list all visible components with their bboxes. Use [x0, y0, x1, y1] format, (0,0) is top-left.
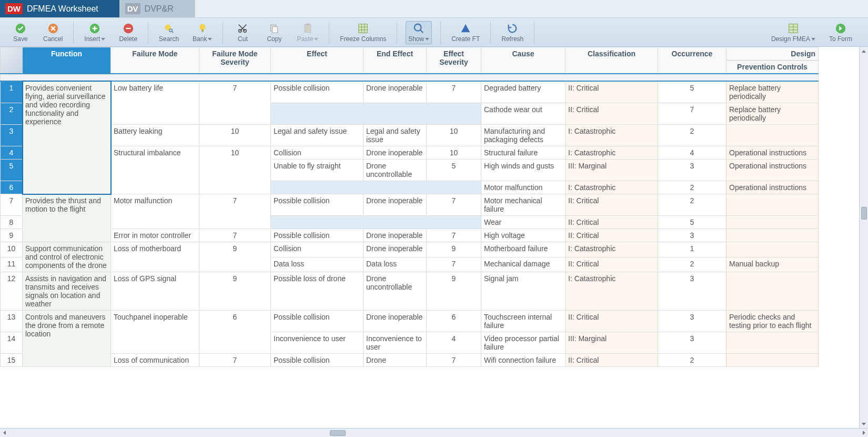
freeze-columns-button[interactable]: Freeze Columns [338, 22, 388, 44]
cell-fm-severity[interactable]: 6 [199, 311, 271, 354]
cell-effect-severity[interactable]: 10 [427, 125, 481, 146]
col-cause[interactable]: Cause [481, 47, 566, 74]
row-header[interactable]: 14 [1, 332, 23, 354]
cell-fm-severity[interactable]: 9 [199, 272, 271, 311]
table-row[interactable]: 12Assists in navigation and transmits an… [1, 272, 819, 311]
cell-occurrence[interactable]: 3 [658, 311, 726, 332]
cell-prevention[interactable] [726, 216, 819, 229]
cell-end-effect[interactable]: Drone uncontrollable [364, 272, 427, 311]
cell-effect-severity[interactable]: 9 [427, 272, 481, 311]
cell-occurrence[interactable]: 2 [658, 354, 726, 367]
cell-function[interactable]: Assists in navigation and transmits and … [23, 272, 111, 311]
cell-fm-severity[interactable]: 10 [199, 146, 271, 194]
col-end-effect[interactable]: End Effect [364, 47, 427, 74]
horizontal-scrollbar[interactable] [0, 428, 868, 437]
cell-occurrence[interactable]: 2 [658, 194, 726, 216]
cell-effect[interactable]: Data loss [271, 257, 364, 272]
col-design-prevention[interactable]: Design Prevention Controls [726, 47, 819, 74]
cell-prevention[interactable] [726, 125, 819, 146]
cell-effect[interactable]: Possible collision [271, 194, 364, 216]
cell-cause[interactable]: Wifi connection failure [481, 354, 566, 367]
corner-cell[interactable] [1, 47, 23, 74]
cell-occurrence[interactable]: 5 [658, 81, 726, 103]
cell-occurrence[interactable]: 7 [658, 103, 726, 125]
cell-occurrence[interactable]: 2 [658, 181, 726, 194]
cell-occurrence[interactable]: 1 [658, 242, 726, 257]
cell-effect[interactable]: Possible collision [271, 354, 364, 367]
cell-end-effect[interactable]: Drone inoperable [364, 229, 427, 242]
row-header[interactable]: 8 [1, 216, 23, 229]
cell-classification[interactable]: I: Catastrophic [566, 181, 658, 194]
cell-fm-severity[interactable]: 7 [199, 81, 271, 125]
cell-function[interactable]: Support communication and control of ele… [23, 242, 111, 272]
tab-dfmea-worksheet[interactable]: DW DFMEA Worksheet [0, 0, 120, 17]
cell-classification[interactable]: II: Critical [566, 229, 658, 242]
row-header[interactable]: 15 [1, 354, 23, 367]
row-header[interactable]: 9 [1, 229, 23, 242]
cell-effect[interactable]: Inconvenience to user [271, 332, 364, 354]
row-header[interactable]: 4 [1, 146, 23, 160]
cell-failure-mode[interactable]: Loss of GPS signal [111, 272, 199, 311]
cell-classification[interactable]: I: Catastrophic [566, 125, 658, 146]
cell-classification[interactable]: II: Critical [566, 354, 658, 367]
row-header[interactable]: 7 [1, 194, 23, 216]
cell-classification[interactable]: III: Marginal [566, 160, 658, 181]
cell-effect[interactable]: Collision [271, 242, 364, 257]
col-fm-severity[interactable]: Failure Mode Severity [199, 47, 271, 74]
cell-end-effect[interactable]: Drone uncontrollable [364, 160, 427, 181]
row-header[interactable]: 13 [1, 311, 23, 332]
cell-effect-severity[interactable]: 6 [427, 311, 481, 332]
row-header[interactable]: 11 [1, 257, 23, 272]
cell-function[interactable]: Provides convenient flying, aerial surve… [23, 81, 111, 194]
cell-classification[interactable]: I: Catastrophic [566, 146, 658, 160]
cell-occurrence[interactable]: 3 [658, 272, 726, 311]
cell-occurrence[interactable]: 4 [658, 146, 726, 160]
cell-end-effect[interactable]: Drone inoperable [364, 81, 427, 103]
cell-end-effect[interactable]: Drone inoperable [364, 146, 427, 160]
cell-effect-severity[interactable]: 7 [427, 257, 481, 272]
table-row[interactable]: 1Provides convenient flying, aerial surv… [1, 81, 819, 103]
cell-prevention[interactable] [726, 242, 819, 257]
cell-cause[interactable]: High winds and gusts [481, 160, 566, 181]
cell-fm-severity[interactable]: 7 [199, 229, 271, 242]
cell-cause[interactable]: Motor mechanical failure [481, 194, 566, 216]
scroll-up-icon[interactable] [860, 47, 868, 55]
cell-empty[interactable] [271, 103, 481, 125]
cell-cause[interactable]: Wear [481, 216, 566, 229]
cell-prevention[interactable]: Periodic checks and testing prior to eac… [726, 311, 819, 332]
cell-effect-severity[interactable]: 7 [427, 194, 481, 216]
scroll-thumb[interactable] [861, 207, 867, 220]
cell-prevention[interactable]: Replace battery periodically [726, 103, 819, 125]
scroll-thumb[interactable] [330, 430, 346, 436]
table-row[interactable]: 9Error in motor controller7Possible coll… [1, 229, 819, 242]
cell-fm-severity[interactable]: 7 [199, 354, 271, 367]
cell-classification[interactable]: II: Critical [566, 257, 658, 272]
cell-effect[interactable]: Legal and safety issue [271, 125, 364, 146]
cell-effect-severity[interactable]: 7 [427, 81, 481, 103]
cell-cause[interactable]: Motherboard failure [481, 242, 566, 257]
bank-button[interactable]: Bank [190, 22, 214, 44]
cell-classification[interactable]: I: Catastrophic [566, 272, 658, 311]
insert-button[interactable]: Insert [82, 22, 107, 44]
cell-effect-severity[interactable]: 9 [427, 242, 481, 257]
cell-empty[interactable] [271, 216, 481, 229]
cell-cause[interactable]: Degraded battery [481, 81, 566, 103]
cell-failure-mode[interactable]: Loss of motherboard [111, 242, 199, 272]
tab-dvpr[interactable]: DV DVP&R [120, 0, 195, 17]
cell-failure-mode[interactable]: Battery leaking [111, 125, 199, 146]
cell-effect[interactable]: Possible collision [271, 81, 364, 103]
cell-prevention[interactable]: Operational instructions [726, 181, 819, 194]
cell-cause[interactable]: Manufacturing and packaging defects [481, 125, 566, 146]
cell-failure-mode[interactable]: Loss of communication [111, 354, 199, 367]
table-row[interactable]: 7Provides the thrust and motion to the f… [1, 194, 819, 216]
cell-end-effect[interactable]: Drone inoperable [364, 194, 427, 216]
cell-failure-mode[interactable]: Error in motor controller [111, 229, 199, 242]
cell-cause[interactable]: Cathode wear out [481, 103, 566, 125]
cell-cause[interactable]: Video processor partial failure [481, 332, 566, 354]
cell-classification[interactable]: II: Critical [566, 216, 658, 229]
cell-effect[interactable]: Possible loss of drone [271, 272, 364, 311]
row-header[interactable]: 12 [1, 272, 23, 311]
cell-end-effect[interactable]: Drone inoperable [364, 311, 427, 332]
dfmea-table[interactable]: Function Failure Mode Failure Mode Sever… [0, 47, 819, 367]
cell-classification[interactable]: II: Critical [566, 194, 658, 216]
